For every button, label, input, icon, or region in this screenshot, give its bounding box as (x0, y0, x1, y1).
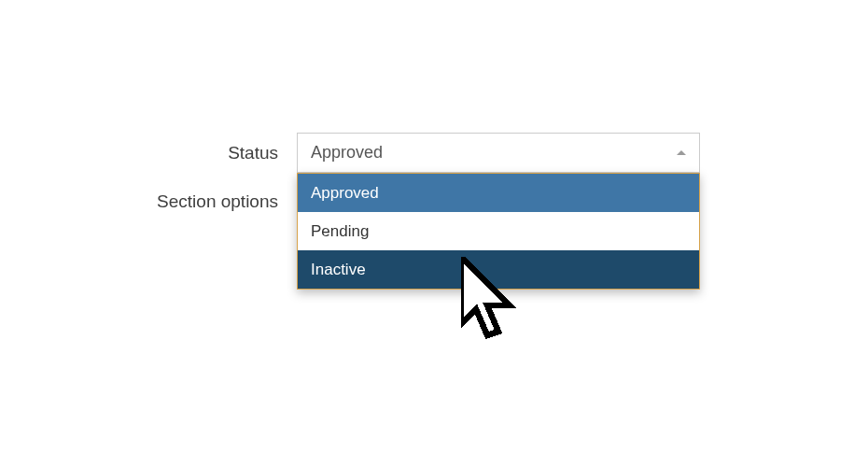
status-select[interactable]: Approved Approved Pending Inactive (297, 133, 700, 173)
status-dropdown: Approved Pending Inactive (297, 173, 700, 290)
section-options-label: Section options (147, 191, 297, 212)
section-options-row: Section options (147, 191, 297, 212)
status-select-display[interactable]: Approved (297, 133, 700, 173)
dropdown-option-label: Inactive (311, 261, 366, 279)
dropdown-option-inactive[interactable]: Inactive (298, 250, 699, 289)
dropdown-option-pending[interactable]: Pending (298, 212, 699, 250)
dropdown-option-label: Pending (311, 222, 369, 241)
dropdown-option-approved[interactable]: Approved (298, 174, 699, 212)
status-selected-value: Approved (311, 143, 383, 163)
status-row: Status Approved Approved Pending Inactiv… (147, 133, 700, 173)
caret-up-icon (677, 150, 686, 155)
status-label: Status (147, 143, 297, 163)
dropdown-option-label: Approved (311, 184, 379, 203)
